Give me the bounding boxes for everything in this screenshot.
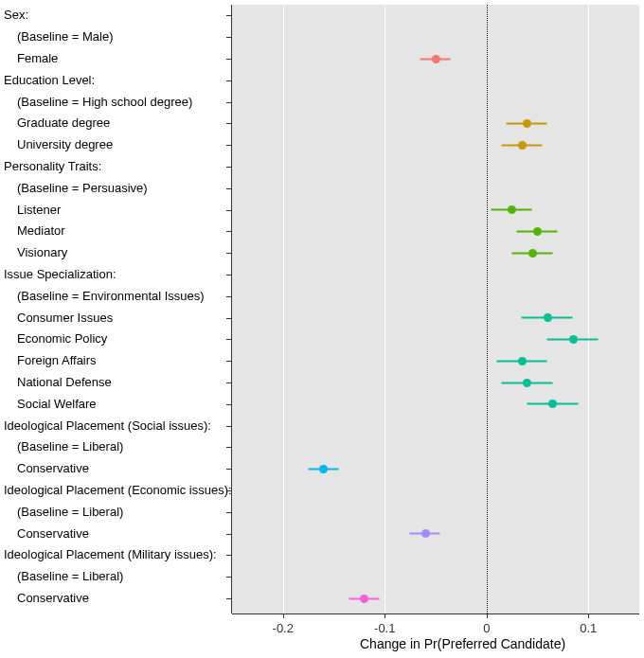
level-label: Conservative [17, 592, 89, 604]
dot-icon [548, 400, 557, 408]
point-estimate [323, 469, 324, 470]
baseline-label: (Baseline = Liberal) [17, 506, 123, 518]
baseline-label: (Baseline = Liberal) [17, 440, 123, 453]
baseline-label: (Baseline = Male) [17, 30, 114, 43]
dot-icon [523, 379, 531, 387]
level-label: Foreign Affairs [17, 354, 97, 366]
y-tick [226, 59, 231, 60]
y-tick [226, 318, 231, 319]
x-axis-line [232, 614, 639, 614]
reference-line-zero [487, 5, 488, 614]
y-tick [226, 404, 231, 405]
y-tick [226, 577, 231, 578]
y-tick [226, 469, 231, 470]
point-estimate [436, 59, 437, 60]
point-estimate [532, 253, 533, 254]
y-tick [226, 512, 231, 513]
dot-icon [569, 335, 578, 344]
point-estimate [511, 209, 512, 210]
gridline [588, 5, 589, 614]
y-tick [226, 296, 231, 297]
level-label: Listener [17, 204, 61, 216]
dot-icon [508, 205, 516, 214]
gridline [385, 5, 385, 614]
level-label: Graduate degree [17, 116, 110, 129]
y-tick [226, 123, 231, 124]
y-tick [226, 80, 231, 81]
y-tick [226, 339, 231, 340]
attribute-header: Ideological Placement (Economic issues): [4, 484, 232, 496]
attribute-header: Personality Traits: [4, 160, 101, 172]
gridline [283, 5, 284, 614]
point-estimate [425, 533, 426, 534]
level-label: Consumer Issues [17, 311, 113, 324]
point-estimate [522, 145, 523, 146]
plot-panel [232, 5, 639, 614]
y-tick [226, 167, 231, 168]
point-estimate [527, 123, 528, 124]
point-estimate [547, 317, 548, 318]
level-label: Conservative [17, 527, 89, 540]
attribute-header: Ideological Placement (Social issues): [4, 419, 211, 432]
point-estimate [537, 231, 538, 232]
y-axis-line [231, 5, 232, 614]
level-label: Mediator [17, 224, 65, 237]
y-tick [226, 555, 231, 556]
baseline-label: (Baseline = Environmental Issues) [17, 290, 205, 302]
x-tick-label: 0.1 [580, 621, 597, 635]
y-tick [226, 598, 231, 599]
dot-icon [523, 119, 531, 128]
level-label: Social Welfare [17, 398, 97, 410]
y-tick [226, 534, 231, 535]
y-tick [226, 447, 231, 448]
attribute-header: Education Level: [4, 74, 95, 86]
point-estimate [527, 382, 528, 383]
y-tick [226, 188, 231, 189]
dot-icon [421, 529, 430, 538]
attribute-header: Sex: [4, 9, 28, 21]
y-tick [226, 37, 231, 38]
point-estimate [552, 403, 553, 404]
x-tick-label: -0.2 [273, 621, 294, 635]
x-tick-label: -0.1 [374, 621, 395, 635]
level-label: Conservative [17, 462, 89, 474]
y-tick [226, 15, 231, 16]
level-label: Female [17, 52, 58, 64]
baseline-label: (Baseline = Liberal) [17, 570, 123, 582]
x-tick-label: 0 [483, 621, 490, 635]
dot-icon [533, 227, 542, 236]
y-tick [226, 382, 231, 383]
y-tick [226, 253, 231, 254]
x-tick [487, 614, 488, 618]
y-tick [226, 145, 231, 146]
y-tick [226, 210, 231, 211]
x-axis-title: Change in Pr(Preferred Candidate) [360, 636, 565, 651]
y-tick [226, 102, 231, 103]
attribute-header: Ideological Placement (Military issues): [4, 548, 217, 560]
level-label: Economic Policy [17, 332, 107, 345]
level-label: Visionary [17, 246, 67, 258]
level-label: National Defense [17, 376, 112, 388]
dot-icon [518, 357, 527, 365]
attribute-header: Issue Specialization: [4, 268, 116, 280]
forest-plot: Sex:(Baseline = Male)FemaleEducation Lev… [0, 0, 644, 658]
point-estimate [364, 598, 365, 599]
y-tick [226, 426, 231, 427]
baseline-label: (Baseline = Persuasive) [17, 182, 148, 194]
y-tick [226, 361, 231, 362]
baseline-label: (Baseline = High school degree) [17, 96, 192, 108]
dot-icon [528, 249, 537, 258]
level-label: University degree [17, 138, 113, 151]
y-tick [226, 275, 231, 276]
x-tick [283, 614, 284, 618]
dot-icon [432, 55, 440, 63]
x-tick [588, 614, 589, 618]
dot-icon [544, 313, 552, 322]
x-tick [385, 614, 385, 618]
y-tick [226, 231, 231, 232]
point-estimate [573, 339, 574, 340]
dot-icon [319, 465, 328, 473]
point-estimate [522, 361, 523, 362]
dot-icon [360, 595, 368, 603]
dot-icon [518, 141, 527, 150]
